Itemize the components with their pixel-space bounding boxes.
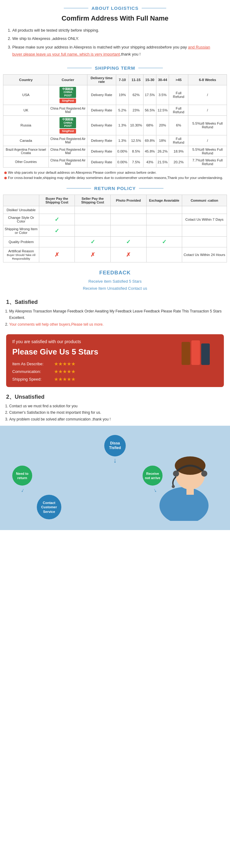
stars-label-describe: Item As Describe: — [12, 362, 52, 366]
table-row: Shipping Wrong Item or Color ✓ — [3, 225, 227, 236]
shipping-line-right — [138, 68, 163, 68]
title-line-right — [142, 8, 166, 8]
col-30-44: 30-44 — [156, 74, 169, 85]
shipping-table: Country Courier Delivery time rate 7-10 … — [3, 74, 227, 167]
table-row: Quality Problem ✓ ✓ ✓ — [3, 236, 227, 247]
svg-rect-6 — [187, 489, 194, 495]
cross-icon: ✗ — [55, 252, 59, 258]
check-icon: ✓ — [91, 239, 95, 245]
stars-row-shipping: Shipping Speed: ★★★★★ — [12, 376, 218, 382]
shipping-note-1: We ship parcels to your default address … — [4, 170, 226, 174]
country-russia: Russia — [3, 115, 49, 135]
cross-icon: ✗ — [126, 252, 131, 258]
arrow-left-icon: ↓ — [20, 487, 26, 494]
point3-plain: Please make sure your address in Aliexpr… — [12, 45, 188, 50]
contact-cs-bubble: ContactCustomerService — [37, 495, 61, 519]
about-logistics-section: ABOUT LOGISTICS Comfirm Address With Ful… — [0, 0, 230, 62]
need-return-label: Need toreturn — [16, 471, 28, 480]
courier-usa: 中国邮政CHINA POST SingPost — [48, 85, 87, 105]
customer-service-section: DissaTisfied ↓ Need toreturn Receivenot … — [0, 426, 230, 530]
stars-box: If you are satisfied with our products P… — [6, 334, 224, 387]
note-dot-1 — [4, 172, 7, 174]
shipping-notes: We ship parcels to your default address … — [3, 170, 227, 180]
table-row: Canada China Post Registered Air Mail De… — [3, 135, 227, 146]
return-section: RETURN POLICY Buyer Pay the Shipping Cos… — [0, 183, 230, 266]
country-usa: USA — [3, 85, 49, 105]
need-return-bubble: Need toreturn — [12, 466, 32, 486]
col-country: Country — [3, 74, 49, 85]
wallet-card-4 — [211, 339, 220, 365]
courier-canada: China Post Registered Air Mail — [48, 135, 87, 146]
satisfied-point-2: Your comments will help other buyers,Ple… — [9, 321, 224, 328]
return-table: Buyer Pay the Shipping Cost Seller Pay t… — [3, 195, 227, 262]
return-line-left — [67, 188, 91, 188]
courier-russia: 中国邮政CHINA POST SingPost — [48, 115, 87, 135]
return-title-bar: RETURN POLICY — [3, 186, 227, 191]
shipping-section: SHIPPING TERM Country Courier Delivery t… — [0, 62, 230, 183]
unsatisfied-title: 2、Unsatisfied — [6, 393, 224, 401]
return-line-right — [139, 188, 163, 188]
unsatisfied-point-2: Cstomer's Satisfaction is the most impor… — [9, 409, 224, 416]
unsatisfied-section: 2、Unsatisfied Contact us we must find a … — [0, 390, 230, 426]
rate-usa: Delivery Rate — [88, 85, 116, 105]
star-icon: ★★★★★ — [54, 369, 75, 374]
unsatisfied-point-3: Any problem could be solved after commun… — [9, 416, 224, 423]
point3-end: ,thank you ! — [120, 52, 140, 57]
feedback-title: FEEDBACK — [6, 270, 224, 276]
confirm-list: All products will be tested strictly bef… — [9, 27, 221, 58]
dissatisfied-label: DissaTisfied — [109, 441, 121, 451]
feedback-links: Receive item Satisfied 5 Stars Receive I… — [6, 278, 224, 292]
title-line-left — [64, 8, 88, 8]
table-row: UK China Post Registered Air Mail Delive… — [3, 105, 227, 115]
country-canada: Canada — [3, 135, 49, 146]
confirm-point-2: We ship to Aliexpress ,address ONLY. — [12, 35, 221, 42]
country-other: Other Countries — [3, 157, 49, 167]
courier-other: China Post Registered Air Mail — [48, 157, 87, 167]
stars-label-shipping: Shipping Speed: — [12, 377, 52, 381]
check-icon: ✓ — [55, 216, 59, 222]
col-11-15: 11-15 — [129, 74, 143, 85]
wallet-graphic — [182, 337, 220, 365]
return-title: RETURN POLICY — [94, 186, 136, 191]
table-row: USA 中国邮政CHINA POST SingPost Delivery Rat… — [3, 85, 227, 105]
confirm-point-3: Please make sure your address in Aliexpr… — [12, 43, 221, 58]
table-row: Russia 中国邮政CHINA POST SingPost Delivery … — [3, 115, 227, 135]
shipping-line-left — [67, 68, 92, 68]
feedback-link-unsatisfied[interactable]: Receive Item Unsatisfied Contact us — [6, 285, 224, 292]
svg-point-3 — [173, 470, 179, 477]
table-row: Change Style Or Color ✓ Cotact Us Within… — [3, 214, 227, 225]
wallet-card-3 — [201, 343, 210, 365]
satisfied-point-1: My Aliexpress Transaction Manage Feedbac… — [9, 308, 224, 321]
contact-cs-label: ContactCustomerService — [41, 501, 57, 514]
table-row: Brazil Argentina France Israel Croatia C… — [3, 146, 227, 157]
unsatisfied-list: Contact us we must find a solution for y… — [6, 403, 224, 423]
cs-person-svg — [144, 441, 224, 521]
shipping-title-bar: SHIPPING TERM — [3, 65, 227, 71]
courier-brazil: China Post Registered Air Mail — [48, 146, 87, 157]
dissatisfied-bubble: DissaTisfied — [104, 435, 126, 456]
country-brazil: Brazil Argentina France Israel Croatia — [3, 146, 49, 157]
unsatisfied-point-1: Contact us we must find a solution for y… — [9, 403, 224, 410]
cs-flow-area: DissaTisfied ↓ Need toreturn Receivenot … — [6, 435, 224, 521]
table-row: Arttifical ReasonBuyer Should Take All R… — [3, 247, 227, 262]
col-7-10: 7-10 — [116, 74, 129, 85]
about-title-bar: ABOUT LOGISTICS — [9, 5, 221, 11]
stars-row-communication: Communication: ★★★★★ — [12, 369, 218, 374]
shipping-title: SHIPPING TERM — [95, 65, 135, 71]
confirm-point-1: All products will be tested strictly bef… — [12, 27, 221, 34]
col-6-8: 6-8 Weeks — [188, 74, 227, 85]
col-delivery: Delivery time rate — [88, 74, 116, 85]
star-icon: ★★★★★ — [54, 361, 75, 367]
col-15-30: 15-30 — [143, 74, 156, 85]
feedback-link-satisfied[interactable]: Receive item Satisfied 5 Stars — [6, 278, 224, 285]
feedback-section: FEEDBACK Receive item Satisfied 5 Stars … — [0, 266, 230, 295]
shipping-note-2: For cross-borad trade,shipping may sligh… — [4, 176, 226, 180]
arrow-down-icon: ↓ — [113, 456, 117, 464]
star-icon: ★★★★★ — [54, 376, 75, 382]
table-row: Other Countries China Post Registered Ai… — [3, 157, 227, 167]
courier-uk: China Post Registered Air Mail — [48, 105, 87, 115]
arrow-1: ↓ — [113, 456, 117, 464]
note-dot-2 — [4, 177, 7, 179]
satisfied-section: 1、Satisfied My Aliexpress Transaction Ma… — [0, 295, 230, 331]
cs-person-image — [144, 441, 224, 521]
